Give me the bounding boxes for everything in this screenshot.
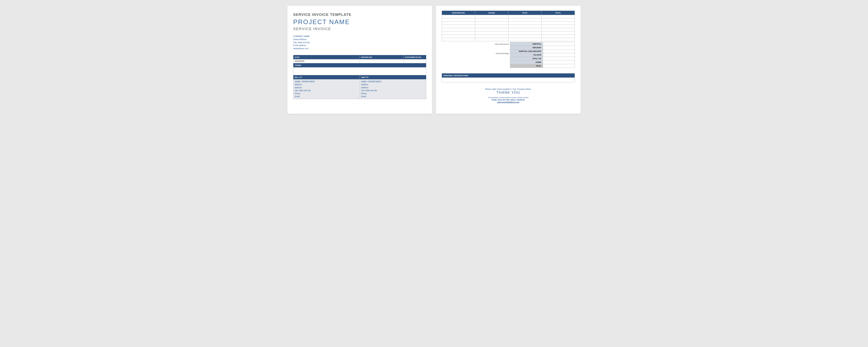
line-item-cell[interactable] [442, 31, 475, 35]
other-label: OTHER [510, 61, 543, 64]
remarks-header: REMARKS / INSTRUCTIONS: [442, 73, 575, 78]
line-item-cell[interactable] [541, 25, 575, 28]
remarks-body[interactable] [442, 78, 575, 82]
line-item-cell[interactable] [541, 35, 575, 38]
company-street: Street Address [293, 38, 426, 41]
line-item-cell[interactable] [508, 35, 541, 38]
totals-table: SUBTOTAL DISCOUNT SUBTOTAL LESS DISCOUNT… [510, 42, 575, 68]
line-item-cell[interactable] [508, 38, 541, 41]
line-item-cell[interactable] [442, 38, 475, 41]
company-city: City, State and Zip [293, 41, 426, 44]
line-item-cell[interactable] [475, 15, 508, 18]
line-item-cell[interactable] [541, 18, 575, 22]
line-item-cell[interactable] [541, 22, 575, 25]
line-item-cell[interactable] [541, 31, 575, 35]
bill-to-block[interactable]: NAME / DEPARTMENT Address Address City, … [293, 79, 360, 99]
footer-block: Please make check payable to: Your Compa… [442, 88, 575, 103]
date-value[interactable]: 00/00/0000 [293, 59, 360, 63]
ship-to-addr1: Address [361, 83, 425, 86]
total-value[interactable] [543, 64, 575, 68]
line-item-cell[interactable] [475, 28, 508, 31]
line-item-cell[interactable] [508, 25, 541, 28]
tax-rate-value[interactable] [543, 53, 575, 57]
bill-to-addr2: Address [295, 86, 359, 89]
customer-id-header: CUSTOMER ID NO. [404, 55, 426, 59]
company-block: COMPANY NAME Street Address City, State … [293, 35, 426, 50]
bill-to-phone: Phone [295, 92, 359, 95]
table-row [442, 38, 575, 41]
line-item-cell[interactable] [475, 18, 508, 22]
subtotal-label: SUBTOTAL [510, 42, 543, 46]
line-item-cell[interactable] [442, 15, 475, 18]
line-item-cell[interactable] [541, 15, 575, 18]
contact-text: For questions concerning this invoice, p… [442, 97, 575, 98]
bill-to-email: Email [295, 95, 359, 98]
bill-to-addr1: Address [295, 83, 359, 86]
discount-label: DISCOUNT [510, 46, 543, 50]
subtotal-value[interactable] [543, 42, 575, 46]
hint-enter-total: enter total amount [495, 43, 509, 45]
remarks-block: REMARKS / INSTRUCTIONS: [442, 73, 575, 82]
other-value[interactable] [543, 61, 575, 64]
line-item-cell[interactable] [442, 28, 475, 31]
line-item-cell[interactable] [541, 28, 575, 31]
total-label: TOTAL [510, 64, 543, 68]
hint-enter-percentage: enter percentage [495, 53, 509, 54]
invoice-page-2: DESCRIPTION HOURS RATE TOTAL enter total… [436, 6, 581, 114]
table-row [442, 22, 575, 25]
invoice-page-1: SERVICE INVOICE TEMPLATE PROJECT NAME SE… [287, 6, 432, 114]
col-description: DESCRIPTION [442, 11, 475, 15]
ship-to-header: SHIP TO [360, 75, 426, 79]
line-item-cell[interactable] [442, 25, 475, 28]
line-item-cell[interactable] [508, 31, 541, 35]
totals-area: enter total amount enter percentage SUBT… [442, 42, 575, 68]
contact-line: NAME, (321) 456-7890, EMAIL ADDRESS [442, 99, 575, 101]
discount-value[interactable] [543, 46, 575, 50]
line-item-cell[interactable] [508, 18, 541, 22]
company-website: webaddress.com [293, 47, 426, 50]
invoice-no-value[interactable] [360, 59, 404, 63]
line-items-table: DESCRIPTION HOURS RATE TOTAL [442, 10, 575, 41]
table-row [442, 18, 575, 22]
total-tax-label: TOTAL TAX [510, 57, 543, 61]
tax-rate-label: TAX RATE [510, 53, 543, 57]
thank-you-text: THANK YOU [442, 91, 575, 95]
line-item-cell[interactable] [508, 22, 541, 25]
line-item-cell[interactable] [475, 22, 508, 25]
ship-to-email: Email [361, 95, 425, 98]
line-item-cell[interactable] [442, 18, 475, 22]
line-item-cell[interactable] [508, 15, 541, 18]
customer-id-value[interactable] [404, 59, 426, 63]
payable-text: Please make check payable to: Your Compa… [442, 88, 575, 90]
date-header: DATE [293, 55, 360, 59]
table-row [442, 28, 575, 31]
line-item-cell[interactable] [508, 28, 541, 31]
line-item-cell[interactable] [475, 25, 508, 28]
total-tax-value[interactable] [543, 57, 575, 61]
ship-to-addr2: Address [361, 86, 425, 89]
project-name: PROJECT NAME [293, 18, 426, 26]
terms-header: TERMS [293, 63, 426, 67]
service-invoice-heading: SERVICE INVOICE [293, 27, 426, 31]
line-item-cell[interactable] [541, 38, 575, 41]
meta-table: DATE INVOICE NO. CUSTOMER ID NO. 00/00/0… [293, 55, 426, 99]
col-hours: HOURS [475, 11, 508, 15]
ship-to-block[interactable]: NAME / DEPARTMENT Address Address City, … [360, 79, 426, 99]
bill-to-name: NAME / DEPARTMENT [295, 80, 359, 83]
terms-body[interactable] [293, 67, 426, 75]
line-item-cell[interactable] [442, 22, 475, 25]
table-row [442, 15, 575, 18]
table-row [442, 25, 575, 28]
line-item-cell[interactable] [475, 38, 508, 41]
company-email: Email address [293, 44, 426, 47]
table-row [442, 31, 575, 35]
totals-hints: enter total amount enter percentage [495, 42, 509, 54]
line-item-cell[interactable] [475, 31, 508, 35]
subtotal-less-discount-value[interactable] [543, 50, 575, 53]
line-item-cell[interactable] [442, 35, 475, 38]
ship-to-phone: Phone [361, 92, 425, 95]
web-link[interactable]: www.yourwebaddress.com [442, 101, 575, 103]
line-item-cell[interactable] [475, 35, 508, 38]
company-name: COMPANY NAME [293, 35, 426, 38]
subtotal-less-discount-label: SUBTOTAL LESS DISCOUNT [510, 50, 543, 53]
